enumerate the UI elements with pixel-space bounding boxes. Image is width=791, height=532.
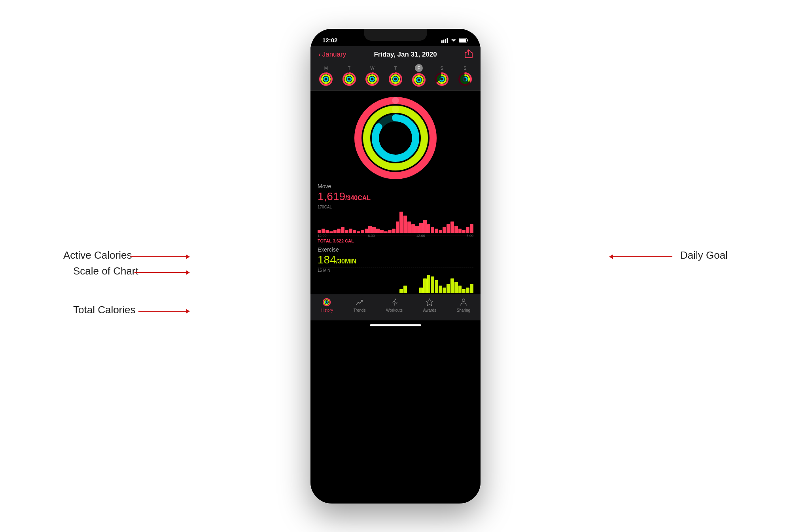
move-bar — [439, 230, 442, 233]
total-calories-annotation: Total Calories — [73, 304, 136, 316]
tab-workouts[interactable]: Workouts — [386, 297, 403, 312]
svg-marker-65 — [426, 299, 433, 306]
move-bar — [450, 222, 454, 233]
day-col-s1[interactable]: S — [435, 66, 449, 86]
move-bar — [380, 230, 384, 233]
svg-point-62 — [324, 300, 329, 305]
exercise-bar — [458, 286, 462, 293]
day-col-s2[interactable]: S — [458, 66, 472, 86]
active-calories-arrow — [131, 254, 190, 259]
move-bar — [419, 223, 423, 233]
daily-goal-annotation: Daily Goal — [680, 249, 728, 261]
move-bar — [368, 226, 372, 233]
tab-trends[interactable]: Trends — [354, 297, 366, 312]
move-bar — [341, 227, 344, 233]
exercise-section: Exercise 184 / 30MIN — [310, 244, 481, 266]
day-letter-m: M — [324, 66, 328, 70]
tab-workouts-label: Workouts — [386, 308, 403, 312]
move-bar — [431, 227, 434, 233]
trends-icon — [355, 297, 364, 307]
svg-point-16 — [345, 75, 353, 83]
svg-point-28 — [392, 75, 399, 83]
svg-point-10 — [322, 75, 330, 83]
move-bar — [423, 220, 427, 233]
svg-point-34 — [415, 76, 423, 84]
move-bar — [396, 222, 399, 233]
notch — [364, 29, 427, 41]
exercise-bar — [399, 289, 403, 293]
day-col-t1[interactable]: T — [342, 66, 356, 86]
move-bar — [322, 229, 325, 233]
svg-point-24 — [370, 77, 374, 81]
time-label-1: 12:00 — [318, 234, 327, 238]
time-label-2: 6:00 — [368, 234, 375, 238]
tab-sharing[interactable]: Sharing — [457, 297, 470, 312]
phone: 12:02 — [310, 29, 481, 504]
svg-rect-6 — [459, 39, 466, 42]
exercise-bar — [443, 288, 446, 293]
status-time: 12:02 — [322, 37, 337, 44]
rings-section: → →→ ↑ — [310, 91, 481, 182]
svg-point-54 — [392, 106, 399, 113]
svg-rect-0 — [441, 40, 443, 43]
move-bar — [462, 230, 466, 233]
day-letter-w: W — [370, 66, 374, 70]
move-bar — [470, 224, 473, 233]
day-col-m[interactable]: M — [319, 66, 333, 86]
share-icon — [465, 49, 473, 58]
exercise-bar — [447, 284, 450, 293]
home-indicator — [370, 324, 421, 326]
move-bar — [365, 229, 368, 233]
wifi-icon — [450, 38, 457, 43]
status-icons — [441, 38, 469, 43]
page-wrapper: Active Calories Scale of Chart Total Cal… — [0, 0, 791, 532]
share-button[interactable] — [465, 49, 473, 60]
move-bar — [407, 222, 411, 233]
move-section: Move 1,619 / 340CAL — [310, 182, 481, 203]
exercise-value: 184 / 30MIN — [318, 254, 473, 266]
svg-text:→: → — [392, 127, 399, 133]
move-bar — [345, 230, 348, 233]
svg-rect-2 — [445, 39, 446, 43]
day-col-f[interactable]: F — [412, 65, 426, 87]
svg-point-18 — [347, 77, 351, 81]
workouts-icon — [390, 297, 399, 307]
move-bar — [443, 227, 446, 233]
tab-history[interactable]: History — [321, 297, 333, 312]
day-ring-w — [365, 72, 379, 86]
move-bar — [458, 229, 462, 233]
nav-header: ‹ January Friday, Jan 31, 2020 — [310, 46, 481, 63]
home-indicator-bar — [310, 320, 481, 330]
day-ring-t2 — [388, 72, 403, 86]
activity-rings: → →→ ↑ — [354, 97, 437, 180]
day-col-t2[interactable]: T — [388, 66, 403, 86]
nav-back-button[interactable]: ‹ January — [318, 51, 346, 59]
day-col-w[interactable]: W — [365, 66, 379, 86]
day-ring-f — [412, 73, 426, 87]
move-bar — [399, 212, 403, 233]
svg-point-66 — [462, 299, 465, 301]
tab-bar: History Trends — [310, 294, 481, 320]
move-bar — [427, 224, 431, 233]
exercise-bar — [470, 284, 473, 293]
exercise-bar — [427, 275, 431, 293]
tab-awards[interactable]: Awards — [423, 297, 436, 312]
move-bar — [333, 230, 337, 233]
day-letter-t1: T — [348, 66, 350, 70]
svg-text:↑: ↑ — [394, 140, 397, 146]
move-timeline: 12:00 6:00 12:00 6:00 — [318, 234, 473, 238]
exercise-bar — [431, 276, 434, 293]
tab-sharing-label: Sharing — [457, 308, 470, 312]
move-bar — [361, 230, 364, 233]
move-bar — [384, 231, 388, 233]
move-bar — [392, 229, 396, 233]
move-bar — [353, 230, 356, 233]
week-row: M T — [310, 63, 481, 91]
exercise-label: Exercise — [318, 246, 473, 253]
tab-history-label: History — [321, 308, 333, 312]
move-chart-section: 170CAL 12:00 6:00 12:00 6:00 TOTAL 3,622… — [310, 203, 481, 244]
move-bar — [466, 227, 469, 233]
tab-trends-label: Trends — [354, 308, 366, 312]
sharing-icon-svg — [459, 297, 468, 307]
history-icon-svg — [322, 297, 331, 307]
